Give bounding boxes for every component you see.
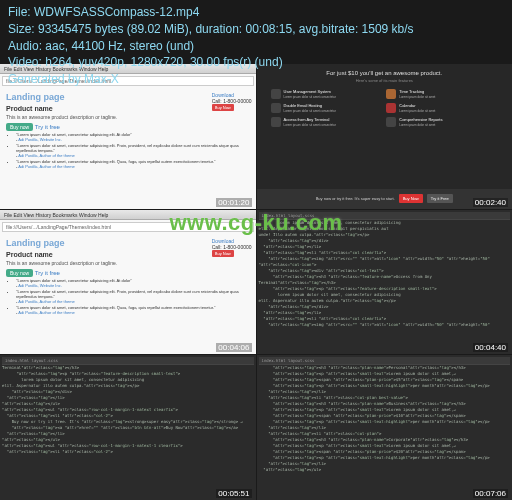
cta-try-button[interactable]: Try it Free <box>427 194 453 203</box>
thumb-5-editor: index.html layout.scss Terminal"attr">cl… <box>0 355 256 500</box>
size-line: Size: 93345475 bytes (89.02 MiB), durati… <box>8 21 504 38</box>
features-grid: User Management SystemLorem ipsum dolor … <box>263 89 507 127</box>
buy-now-button[interactable]: Buy Now <box>212 104 234 111</box>
editor-tabs[interactable]: index.html layout.scss <box>259 212 511 220</box>
timestamp: 00:07:06 <box>473 489 508 498</box>
call-text: Call: 1-800-00000 <box>212 244 252 250</box>
cta-text: Buy now or try it free. It's super easy … <box>316 196 395 201</box>
calendar-icon <box>386 103 396 113</box>
quote-list: "Lorem ipsum dolor sit amet, consectetur… <box>16 132 250 169</box>
quote-1: "Lorem ipsum dolor sit amet, consectetur… <box>16 132 250 142</box>
quote-2: "Lorem ipsum dolor sit amet, consectetur… <box>16 289 250 304</box>
reports-icon <box>386 117 396 127</box>
terminal-icon <box>271 117 281 127</box>
quote-3: "Lorem ipsum dolor sit amet, consectetur… <box>16 305 250 315</box>
timestamp: 00:02:40 <box>473 198 508 207</box>
code-body-3: index.html layout.scss "attr">class="tag… <box>257 355 513 500</box>
try-link[interactable]: Try it free <box>35 124 60 130</box>
quote-3: "Lorem ipsum dolor sit amet, consectetur… <box>16 159 250 169</box>
editor-tabs[interactable]: index.html layout.scss <box>2 357 254 365</box>
media-info-header: File: WDWFSASSCompass-12.mp4 Size: 93345… <box>0 0 512 92</box>
audio-line: Audio: aac, 44100 Hz, stereo (und) <box>8 38 504 55</box>
thumb-6-editor: index.html layout.scss "attr">class="tag… <box>257 355 513 500</box>
page-body: Landing page Product name This is an awe… <box>0 234 256 320</box>
feature-4: CalendarLorem ipsum dolor sit amet <box>386 103 498 113</box>
feature-6: Comprehensive ReportsLorem ipsum dolor s… <box>386 117 498 127</box>
quote-2: "Lorem ipsum dolor sit amet, consectetur… <box>16 143 250 158</box>
thumb-3-browser: File Edit View History Bookmarks Window … <box>0 210 256 355</box>
editor-tabs[interactable]: index.html layout.scss <box>259 357 511 365</box>
quote-1: "Lorem ipsum dolor sit amet, consectetur… <box>16 278 250 288</box>
timestamp: 00:04:40 <box>473 343 508 352</box>
generated-line: Generated by Max-X <box>8 71 504 88</box>
mail-icon <box>271 103 281 113</box>
buy-button[interactable]: Buy now <box>6 123 33 131</box>
thumbnail-grid: File Edit View History Bookmarks Window … <box>0 64 512 500</box>
feature-5: Access from Any TerminalLorem ipsum dolo… <box>271 117 383 127</box>
right-column: Download Call: 1-800-00000 Buy Now <box>212 238 252 257</box>
menubar: File Edit View History Bookmarks Window … <box>0 210 256 220</box>
url-bar: file:///Users/.../LandingPage/Themes/ind… <box>2 222 254 232</box>
quote-list: "Lorem ipsum dolor sit amet, consectetur… <box>16 278 250 315</box>
buy-now-button[interactable]: Buy Now <box>212 250 234 257</box>
cta-buy-button[interactable]: Buy Now <box>399 194 423 203</box>
video-line: Video: h264, yuv420p, 1280x720, 30.00 fp… <box>8 54 504 71</box>
buy-button[interactable]: Buy now <box>6 269 33 277</box>
thumb-4-editor: index.html layout.scss lorem ipsum dolor… <box>257 210 513 355</box>
feature-3: Double Email HostingLorem ipsum dolor si… <box>271 103 383 113</box>
timestamp: 00:05:51 <box>216 489 251 498</box>
page-body: Landing page Product name This is an awe… <box>0 88 256 174</box>
right-column: Download Call: 1-800-00000 Buy Now <box>212 92 252 111</box>
timestamp: 00:01:20 <box>216 198 251 207</box>
tagline: This is an awesome product description o… <box>6 260 250 266</box>
timestamp: 00:04:06 <box>216 343 251 352</box>
tagline: This is an awesome product description o… <box>6 114 250 120</box>
code-body-1: index.html layout.scss lorem ipsum dolor… <box>257 210 513 355</box>
try-link[interactable]: Try it free <box>35 270 60 276</box>
file-line: File: WDWFSASSCompass-12.mp4 <box>8 4 504 21</box>
code-body-2: index.html layout.scss Terminal"attr">cl… <box>0 355 256 500</box>
